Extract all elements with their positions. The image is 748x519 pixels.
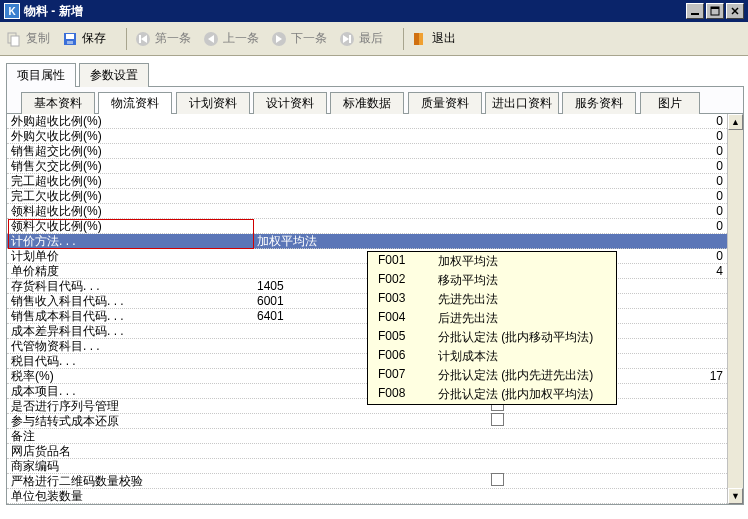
window-titlebar: K 物料 - 新增 [0, 0, 748, 22]
exit-icon [412, 31, 428, 47]
dropdown-code: F002 [378, 272, 438, 289]
property-value[interactable]: 0 [255, 159, 739, 173]
checkbox[interactable] [491, 473, 504, 486]
dropdown-text: 后进先出法 [438, 310, 498, 327]
subtab-service[interactable]: 服务资料 [562, 92, 636, 114]
dropdown-code: F007 [378, 367, 438, 384]
subtab-plan[interactable]: 计划资料 [176, 92, 250, 114]
property-value[interactable]: 0 [255, 174, 739, 188]
dropdown-text: 先进先出法 [438, 291, 498, 308]
subtab-quality[interactable]: 质量资料 [408, 92, 482, 114]
subtab-image[interactable]: 图片 [640, 92, 700, 114]
dropdown-code: F008 [378, 386, 438, 403]
last-button[interactable]: 最后 [339, 30, 383, 47]
dropdown-text: 分批认定法 (批内加权平均法) [438, 386, 593, 403]
dropdown-code: F001 [378, 253, 438, 270]
vertical-scrollbar[interactable]: ▲ ▼ [727, 114, 743, 504]
close-button[interactable] [726, 3, 744, 19]
prev-icon [203, 31, 219, 47]
property-value[interactable]: 0 [255, 129, 739, 143]
first-icon [135, 31, 151, 47]
subtab-logistics[interactable]: 物流资料 [98, 92, 172, 114]
save-button[interactable]: 保存 [62, 30, 106, 47]
scroll-up-icon[interactable]: ▲ [728, 114, 743, 130]
copy-icon [6, 31, 22, 47]
window-title: 物料 - 新增 [24, 3, 83, 20]
dropdown-item[interactable]: F003先进先出法 [368, 290, 616, 309]
dropdown-code: F006 [378, 348, 438, 365]
dropdown-item[interactable]: F008分批认定法 (批内加权平均法) [368, 385, 616, 404]
property-label: 单位包装数量 [11, 488, 255, 505]
dropdown-item[interactable]: F006计划成本法 [368, 347, 616, 366]
checkbox[interactable] [491, 413, 504, 426]
scroll-down-icon[interactable]: ▼ [728, 488, 743, 504]
copy-button[interactable]: 复制 [6, 30, 50, 47]
property-value[interactable]: 加权平均法 [255, 233, 739, 250]
property-value[interactable]: 0 [255, 219, 739, 233]
tab-param-settings[interactable]: 参数设置 [79, 63, 149, 87]
dropdown-item[interactable]: F005分批认定法 (批内移动平均法) [368, 328, 616, 347]
toolbar-separator [126, 28, 127, 50]
subtab-standard[interactable]: 标准数据 [330, 92, 404, 114]
last-icon [339, 31, 355, 47]
svg-rect-9 [67, 41, 73, 44]
svg-rect-2 [711, 7, 719, 9]
app-icon: K [4, 3, 20, 19]
scroll-track[interactable] [728, 130, 743, 488]
subtab-design[interactable]: 设计资料 [253, 92, 327, 114]
dropdown-text: 分批认定法 (批内移动平均法) [438, 329, 593, 346]
subtab-importexport[interactable]: 进出口资料 [485, 92, 559, 114]
property-value[interactable]: 0 [255, 144, 739, 158]
dropdown-item[interactable]: F001加权平均法 [368, 252, 616, 271]
next-button[interactable]: 下一条 [271, 30, 327, 47]
dropdown-text: 计划成本法 [438, 348, 498, 365]
property-row[interactable]: 单位包装数量 [7, 489, 743, 504]
svg-rect-8 [66, 34, 74, 39]
minimize-button[interactable] [686, 3, 704, 19]
save-icon [62, 31, 78, 47]
dropdown-item[interactable]: F002移动平均法 [368, 271, 616, 290]
dropdown-text: 移动平均法 [438, 272, 498, 289]
dropdown-code: F004 [378, 310, 438, 327]
dropdown-text: 加权平均法 [438, 253, 498, 270]
property-value[interactable]: 0 [255, 204, 739, 218]
maximize-button[interactable] [706, 3, 724, 19]
first-button[interactable]: 第一条 [135, 30, 191, 47]
dropdown-code: F003 [378, 291, 438, 308]
svg-rect-0 [691, 13, 699, 15]
svg-rect-19 [349, 35, 351, 43]
dropdown-item[interactable]: F007分批认定法 (批内先进先出法) [368, 366, 616, 385]
dropdown-item[interactable]: F004后进先出法 [368, 309, 616, 328]
svg-rect-11 [139, 35, 141, 43]
exit-button[interactable]: 退出 [412, 30, 456, 47]
sub-tabs: 基本资料 物流资料 计划资料 设计资料 标准数据 质量资料 进出口资料 服务资料… [7, 87, 743, 113]
dropdown-code: F005 [378, 329, 438, 346]
toolbar-separator [403, 28, 404, 50]
toolbar: 复制 保存 第一条 上一条 下一条 最后 退出 [0, 22, 748, 56]
svg-rect-21 [414, 33, 419, 45]
property-value[interactable]: 0 [255, 114, 739, 128]
svg-rect-6 [11, 36, 19, 46]
subtab-basic[interactable]: 基本资料 [21, 92, 95, 114]
pricing-method-dropdown[interactable]: F001加权平均法F002移动平均法F003先进先出法F004后进先出法F005… [367, 251, 617, 405]
property-value[interactable]: 0 [255, 189, 739, 203]
main-tabs: 项目属性 参数设置 [6, 62, 748, 86]
dropdown-text: 分批认定法 (批内先进先出法) [438, 367, 593, 384]
next-icon [271, 31, 287, 47]
prev-button[interactable]: 上一条 [203, 30, 259, 47]
tab-project-props[interactable]: 项目属性 [6, 63, 76, 87]
